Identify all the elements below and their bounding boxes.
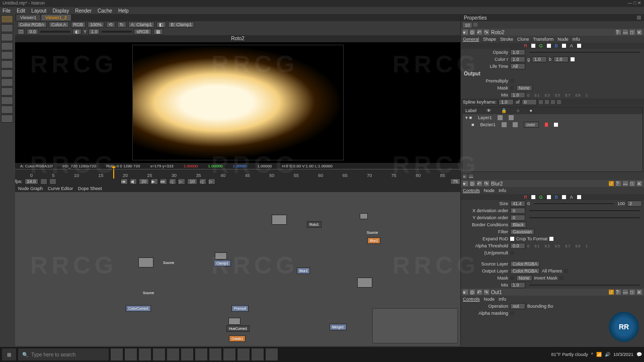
task-view-icon[interactable] <box>125 348 137 360</box>
playhead[interactable] <box>113 169 114 178</box>
alpha-val[interactable]: 0.0 <box>510 243 525 249</box>
redo-icon[interactable]: ↷ <box>484 290 489 295</box>
r-check[interactable] <box>531 44 535 48</box>
search-box[interactable]: 🔍 Type here to search <box>18 348 109 360</box>
opacity-slider[interactable] <box>529 52 640 53</box>
window-controls[interactable]: — □ ✕ <box>628 1 641 7</box>
pencil-tool[interactable] <box>1 60 13 68</box>
menu-layout[interactable]: Layout <box>31 8 46 14</box>
tab-info[interactable]: Info <box>499 297 506 302</box>
remove-layer-icon[interactable]: — <box>469 174 473 178</box>
panel-count[interactable]: 10 <box>463 23 472 28</box>
bezier1-overlay[interactable] <box>545 123 548 127</box>
end-frame[interactable]: 75 <box>450 178 460 185</box>
gamma-slider[interactable] <box>102 31 132 33</box>
node-colorcorrect[interactable]: ColorCorrect <box>126 305 151 312</box>
app-icon-10[interactable] <box>266 348 278 360</box>
app-icon-5[interactable] <box>195 348 207 360</box>
out1-header[interactable]: ▾ ⊙ ↶ ↷ Out1 ↺ ? — □ ✕ <box>461 289 644 296</box>
goto-end-icon[interactable]: ⏭ <box>160 178 167 185</box>
expand-check[interactable] <box>510 237 514 241</box>
blur-mix-slider[interactable] <box>529 285 640 286</box>
node-thumb2[interactable] <box>360 213 368 219</box>
current-frame[interactable]: 20 <box>139 178 149 185</box>
y-val[interactable]: 1.0 <box>89 29 100 35</box>
collapse-icon[interactable]: ▾ <box>463 181 468 186</box>
tab-clone[interactable]: Clone <box>517 37 529 42</box>
tab-general[interactable]: General <box>463 37 479 42</box>
spline-total[interactable]: 0 <box>522 99 537 105</box>
alpha-masking-check[interactable] <box>510 311 514 315</box>
viewer-canvas[interactable] <box>15 42 460 163</box>
border-val[interactable]: Black <box>510 222 526 228</box>
colorspace-select[interactable]: sRGB <box>134 29 151 35</box>
tray-up-icon[interactable]: ^ <box>591 352 593 357</box>
blur-mask-check[interactable] <box>510 276 514 280</box>
layer-select[interactable]: Color.RGBA <box>17 22 47 28</box>
invert-mask-check[interactable] <box>559 276 564 280</box>
min-icon[interactable]: — <box>623 30 628 35</box>
help-icon[interactable]: ? <box>616 290 621 295</box>
premult-check[interactable] <box>510 79 514 83</box>
alpha-slider[interactable]: 00.10.30.50.70.91 <box>527 244 588 248</box>
xder-slider[interactable] <box>529 210 640 211</box>
br-check[interactable] <box>531 195 535 199</box>
tripod-icon[interactable] <box>49 178 56 185</box>
layer1-vis[interactable] <box>498 115 503 120</box>
float-icon[interactable]: □ <box>630 290 635 295</box>
app-icon-8[interactable] <box>237 348 250 360</box>
undo-icon[interactable]: ↶ <box>477 290 482 295</box>
filter-val[interactable]: Gaussian <box>510 229 534 235</box>
spline-val[interactable]: 1.0 <box>499 99 514 105</box>
bezier1-blend[interactable]: over <box>524 122 539 128</box>
source-layer-val[interactable]: Color.RGBA <box>510 261 540 267</box>
menu-render[interactable]: Render <box>75 8 92 14</box>
redo-icon[interactable]: ↷ <box>484 181 489 186</box>
undo-icon[interactable]: ↶ <box>477 181 482 186</box>
select-tool[interactable] <box>1 15 13 23</box>
menu-file[interactable]: File <box>3 8 11 14</box>
size-val[interactable]: 41.4 <box>510 201 525 207</box>
tab-dope-sheet[interactable]: Dope Sheet <box>78 186 102 191</box>
refresh-icon[interactable]: ↻ <box>117 22 126 28</box>
zoom-select[interactable]: 100% <box>88 22 104 28</box>
bb-check[interactable] <box>562 195 566 199</box>
tab-shape[interactable]: Shape <box>483 37 496 42</box>
collapse-icon[interactable]: ▾ <box>463 30 468 35</box>
roto-shape[interactable] <box>164 57 290 137</box>
time-ruler[interactable]: 0 5 10 15 20 25 30 35 40 45 50 55 60 65 … <box>15 169 460 178</box>
tab-viewer1[interactable]: Viewer1 <box>16 15 40 21</box>
next-incr-icon[interactable]: ▷ <box>208 178 215 185</box>
blur-mix-val[interactable]: 1.0 <box>510 282 525 288</box>
help-icon[interactable]: ? <box>616 181 621 186</box>
dodge-tool[interactable] <box>1 106 13 114</box>
ellipse-tool[interactable] <box>1 33 13 41</box>
increment[interactable]: 10 <box>187 178 197 185</box>
app-icon-7[interactable] <box>223 348 235 360</box>
brush-tool[interactable] <box>1 51 13 59</box>
node-graph[interactable]: Source ColorCorrect Source Clamp1 HueCor… <box>15 192 460 346</box>
tab-curve-editor[interactable]: Curve Editor <box>48 186 73 191</box>
app-icon-2[interactable] <box>153 348 165 360</box>
opacity-val[interactable]: 1.0 <box>510 49 525 55</box>
tab-info[interactable]: Info <box>573 37 580 42</box>
a-check[interactable] <box>577 44 581 48</box>
wipe-icon[interactable]: ◧ <box>156 22 166 28</box>
unpremult-check[interactable] <box>510 251 514 255</box>
layer1[interactable]: Layer1 <box>478 115 492 120</box>
size-slider[interactable] <box>534 203 613 204</box>
xder-val[interactable]: 0 <box>510 208 525 214</box>
tab-stroke[interactable]: Stroke <box>500 37 513 42</box>
node-merge[interactable]: Merge1 <box>330 324 347 330</box>
checker-icon[interactable]: ▦ <box>153 29 163 35</box>
color-swatch[interactable] <box>571 57 575 61</box>
node-read2[interactable] <box>357 278 372 288</box>
sound-icon[interactable]: 🔊 <box>605 352 610 357</box>
node-thumb1[interactable] <box>272 215 287 225</box>
blur-tool[interactable] <box>1 87 13 96</box>
float-icon[interactable]: □ <box>630 181 635 186</box>
panel-min-icon[interactable] <box>637 16 641 20</box>
b-check[interactable] <box>562 44 566 48</box>
node-clamp[interactable]: Clamp1 <box>214 260 231 266</box>
crop-check[interactable] <box>549 237 553 241</box>
